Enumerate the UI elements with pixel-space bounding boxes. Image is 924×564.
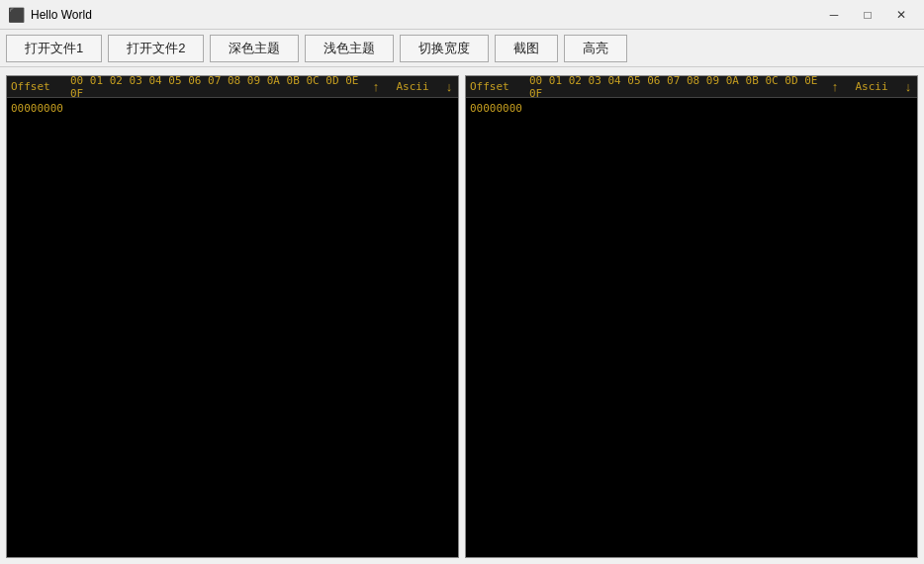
header-offset-right: Offset [466,80,527,93]
title-bar: ⬛ Hello World ─ □ ✕ [0,0,924,30]
scroll-down-right[interactable]: ↓ [899,76,917,98]
header-offset-left: Offset [7,80,68,93]
scroll-up-left[interactable]: ↑ [367,76,385,98]
hex-viewer-left: Offset 00 01 02 03 04 05 06 07 08 09 0A … [6,75,459,558]
hex-content-left: 00000000 [7,98,458,557]
hex-header-left: Offset 00 01 02 03 04 05 06 07 08 09 0A … [7,76,458,98]
header-hex-right: 00 01 02 03 04 05 06 07 08 09 0A 0B 0C 0… [527,75,826,100]
dark-theme-button[interactable]: 深色主题 [210,35,299,62]
hex-content-right: 00000000 [466,98,917,557]
header-ascii-right: Ascii [844,80,899,93]
toolbar: 打开文件1 打开文件2 深色主题 浅色主题 切换宽度 截图 高亮 [0,30,924,67]
screenshot-button[interactable]: 截图 [495,35,558,62]
title-bar-left: ⬛ Hello World [8,7,92,23]
open-file2-button[interactable]: 打开文件2 [108,35,204,62]
title-bar-controls: ─ □ ✕ [819,5,916,25]
header-ascii-left: Ascii [385,80,440,93]
open-file1-button[interactable]: 打开文件1 [6,35,102,62]
close-button[interactable]: ✕ [886,5,916,25]
offset-0-right: 00000000 [466,102,527,115]
light-theme-button[interactable]: 浅色主题 [305,35,394,62]
scroll-down-left[interactable]: ↓ [440,76,458,98]
toggle-width-button[interactable]: 切换宽度 [400,35,489,62]
viewers-container: Offset 00 01 02 03 04 05 06 07 08 09 0A … [6,75,918,558]
scroll-up-right[interactable]: ↑ [826,76,844,98]
minimize-button[interactable]: ─ [819,5,849,25]
hex-header-right: Offset 00 01 02 03 04 05 06 07 08 09 0A … [466,76,917,98]
main-area: Offset 00 01 02 03 04 05 06 07 08 09 0A … [0,67,924,564]
offset-0-left: 00000000 [7,102,68,115]
highlight-button[interactable]: 高亮 [564,35,627,62]
hex-viewer-right: Offset 00 01 02 03 04 05 06 07 08 09 0A … [465,75,918,558]
hex-row-0-left: 00000000 [7,100,458,116]
window-title: Hello World [31,8,92,22]
hex-row-0-right: 00000000 [466,100,917,116]
app-icon: ⬛ [8,7,25,23]
maximize-button[interactable]: □ [853,5,882,25]
header-hex-left: 00 01 02 03 04 05 06 07 08 09 0A 0B 0C 0… [68,75,367,100]
